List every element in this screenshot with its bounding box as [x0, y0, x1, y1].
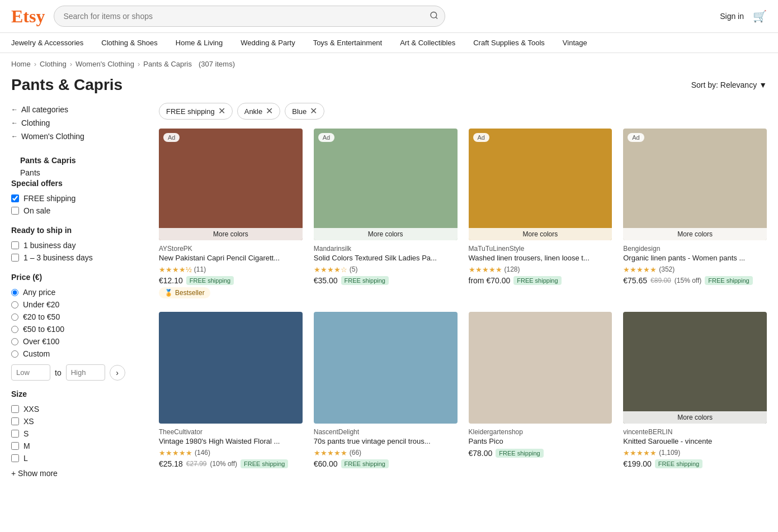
cart-icon[interactable]: 🛒: [753, 10, 767, 23]
nav-item-jewelry-&-accessories[interactable]: Jewelry & Accessories: [11, 39, 83, 47]
product-info: TheeCultivatorVintage 1980's High Waiste…: [159, 424, 303, 471]
product-card[interactable]: AdMore colorsAYStorePKNew Pakistani Capr…: [159, 129, 303, 301]
product-price-row: €25.18€27.99(10% off)FREE shipping: [159, 459, 303, 468]
price-radio-item[interactable]: Under €20: [11, 298, 145, 311]
product-price: €35.00: [314, 276, 338, 285]
sidebar-sub-item[interactable]: Pants: [20, 167, 145, 179]
product-card[interactable]: NascentDelight70s pants true vintage pen…: [314, 312, 458, 471]
price-radio-item[interactable]: Custom: [11, 348, 145, 360]
show-more-sizes-button[interactable]: + Show more: [11, 469, 145, 478]
product-price-row: €78.00FREE shipping: [469, 449, 612, 458]
price-radio-item[interactable]: Over €100: [11, 335, 145, 348]
sign-in-button[interactable]: Sign in: [720, 12, 744, 21]
product-info: MandarinsilkSolid Colors Textured Silk L…: [314, 240, 458, 287]
filter-chip[interactable]: FREE shipping✕: [159, 103, 233, 120]
nav-item-craft-supplies-&-tools[interactable]: Craft Supplies & Tools: [473, 39, 545, 47]
price-radio-item[interactable]: €50 to €100: [11, 323, 145, 335]
more-colors-badge: More colors: [469, 228, 612, 240]
price-range-go-button[interactable]: ›: [110, 365, 125, 381]
product-title: Organic linen pants - Women pants ...: [623, 254, 767, 263]
search-input[interactable]: [54, 6, 445, 27]
filter-remove-icon[interactable]: ✕: [266, 107, 273, 116]
nav-item-clothing-&-shoes[interactable]: Clothing & Shoes: [101, 39, 157, 47]
sidebar-price: Price (€) Any priceUnder €20€20 to €50€5…: [11, 273, 145, 381]
sidebar-nav-label: Clothing: [21, 118, 50, 127]
filter-remove-icon[interactable]: ✕: [218, 107, 225, 116]
sidebar-nav-item[interactable]: ←Women's Clothing: [11, 130, 145, 143]
size-checkbox[interactable]: S: [11, 428, 145, 440]
more-colors-badge: More colors: [159, 228, 303, 240]
product-card[interactable]: AdMore colorsMandarinsilkSolid Colors Te…: [314, 129, 458, 301]
ready-to-ship-checkbox[interactable]: 1 – 3 business days: [11, 251, 145, 264]
main-content: ←All categories←Clothing←Women's Clothin…: [0, 103, 778, 487]
nav-item-vintage[interactable]: Vintage: [563, 39, 587, 47]
filter-chip[interactable]: Ankle✕: [237, 103, 281, 120]
product-rating: ★★★★☆(5): [314, 265, 458, 274]
ready-to-ship-title: Ready to ship in: [11, 226, 145, 235]
svg-point-0: [431, 12, 437, 18]
size-checkbox[interactable]: XXS: [11, 403, 145, 415]
stars: ★★★★★: [623, 449, 657, 457]
product-card[interactable]: TheeCultivatorVintage 1980's High Waiste…: [159, 312, 303, 471]
sidebar-sub-item[interactable]: Pants & Capris: [20, 154, 145, 167]
product-rating: ★★★★★(66): [314, 449, 458, 457]
price-low-input[interactable]: [11, 364, 50, 381]
discount-label: (15% off): [675, 277, 701, 284]
product-card[interactable]: KleidergartenshopPants Pico€78.00FREE sh…: [469, 312, 612, 471]
review-count: (11): [194, 265, 206, 273]
sidebar-sub-nav: Pants & CaprisPants: [11, 154, 145, 179]
price-radio-item[interactable]: Any price: [11, 286, 145, 298]
filter-chip[interactable]: Blue✕: [285, 103, 324, 120]
review-count: (352): [659, 265, 675, 273]
size-checkbox[interactable]: L: [11, 452, 145, 464]
price-title: Price (€): [11, 273, 145, 282]
product-shop: vincenteBERLIN: [623, 428, 767, 436]
stars: ★★★★☆: [314, 265, 347, 274]
product-card[interactable]: More colorsvincenteBERLINKnitted Sarouel…: [623, 312, 767, 471]
product-price-row: from €70.00FREE shipping: [469, 276, 612, 285]
stars: ★★★★★: [623, 265, 657, 274]
review-count: (1,109): [659, 449, 680, 457]
product-shop: MaTuTuLinenStyle: [469, 245, 612, 253]
product-price: from €70.00: [469, 276, 511, 285]
filter-chip-label: Ankle: [244, 107, 263, 116]
nav-item-home-&-living[interactable]: Home & Living: [176, 39, 223, 47]
sidebar-nav-item[interactable]: ←All categories: [11, 103, 145, 116]
breadcrumb-item-1[interactable]: Clothing: [40, 60, 67, 68]
nav-item-wedding-&-party[interactable]: Wedding & Party: [241, 39, 295, 47]
arrow-icon: ←: [11, 132, 18, 140]
product-rating: ★★★★★(128): [469, 265, 612, 274]
ready-to-ship-checkbox[interactable]: 1 business day: [11, 239, 145, 251]
special-offer-checkbox[interactable]: On sale: [11, 205, 145, 217]
product-shop: TheeCultivator: [159, 428, 303, 436]
product-card[interactable]: AdMore colorsBengidesignOrganic linen pa…: [623, 129, 767, 301]
bestseller-icon: 🏅: [164, 289, 173, 297]
price-high-input[interactable]: [66, 364, 105, 381]
nav-item-toys-&-entertainment[interactable]: Toys & Entertainment: [313, 39, 383, 47]
product-title: Pants Pico: [469, 437, 612, 446]
search-icon[interactable]: [430, 11, 438, 22]
size-checkbox[interactable]: XS: [11, 415, 145, 428]
product-price: €199.00: [623, 459, 652, 468]
product-price-row: €35.00FREE shipping: [314, 276, 458, 285]
nav-item-art-&-collectibles[interactable]: Art & Collectibles: [400, 39, 455, 47]
free-shipping-badge: FREE shipping: [241, 459, 288, 468]
sort-by-button[interactable]: Sort by: Relevancy ▼: [691, 80, 767, 89]
size-checkbox[interactable]: M: [11, 440, 145, 452]
special-offers-title: Special offers: [11, 179, 145, 188]
arrow-icon: ←: [11, 119, 18, 127]
sidebar-nav-item[interactable]: ←Clothing: [11, 116, 145, 130]
breadcrumb-item-0[interactable]: Home: [11, 60, 31, 68]
product-image: AdMore colors: [623, 129, 767, 240]
bestseller-badge: 🏅Bestseller: [159, 287, 210, 298]
product-info: MaTuTuLinenStyleWashed linen trousers, l…: [469, 240, 612, 287]
product-price: €12.10: [159, 276, 183, 285]
logo[interactable]: Etsy: [11, 6, 45, 27]
breadcrumb-item-3[interactable]: Pants & Capris: [143, 60, 192, 68]
filter-remove-icon[interactable]: ✕: [310, 107, 317, 116]
special-offer-checkbox[interactable]: FREE shipping: [11, 192, 145, 205]
product-card[interactable]: AdMore colorsMaTuTuLinenStyleWashed line…: [469, 129, 612, 301]
breadcrumb-item-2[interactable]: Women's Clothing: [76, 60, 134, 68]
breadcrumb: Home›Clothing›Women's Clothing›Pants & C…: [0, 53, 778, 72]
price-radio-item[interactable]: €20 to €50: [11, 311, 145, 323]
